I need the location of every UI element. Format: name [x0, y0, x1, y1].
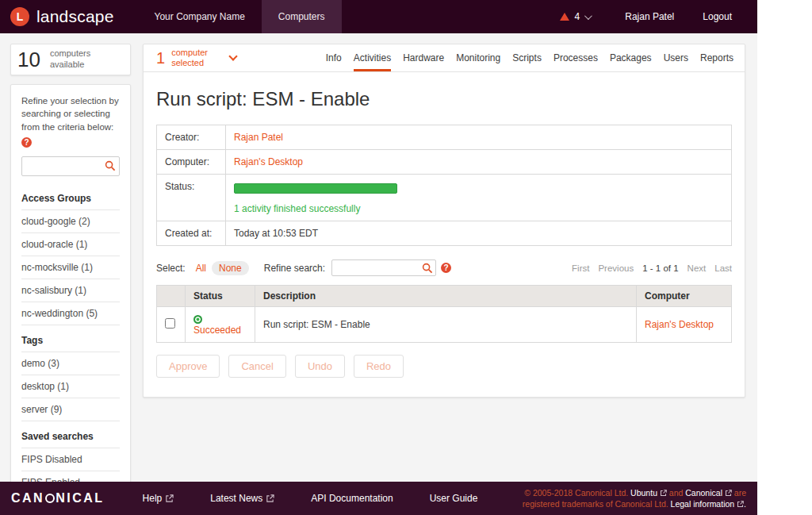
- canonical-o-icon: [45, 494, 55, 503]
- footer-copyright: © 2005-2018 Canonical Ltd. Ubuntu and Ca…: [523, 487, 746, 509]
- selected-caption: computer selected: [171, 48, 213, 67]
- external-link-icon: [737, 501, 744, 508]
- footer-link-user-guide[interactable]: User Guide: [430, 493, 478, 504]
- pagination-first[interactable]: First: [572, 263, 589, 273]
- sidebar-search: [21, 156, 120, 176]
- panel-body: Run script: ESM - Enable Creator: Rajan …: [144, 72, 745, 397]
- footer-link-help[interactable]: Help: [143, 493, 174, 504]
- sidebar: 10 computers available Refine your selec…: [10, 44, 131, 482]
- refine-hint: Refine your selection by searching or se…: [21, 94, 120, 148]
- detail-row-creator: Creator: Rajan Patel: [157, 125, 732, 150]
- succeeded-status-icon: [193, 315, 202, 324]
- tab-monitoring[interactable]: Monitoring: [456, 44, 500, 71]
- detail-label-status: Status:: [157, 175, 226, 221]
- tab-scripts[interactable]: Scripts: [512, 44, 542, 71]
- computer-column-header: Computer: [637, 286, 732, 307]
- footer-link-latest-news[interactable]: Latest News: [210, 493, 274, 504]
- cancel-button[interactable]: Cancel: [228, 355, 285, 378]
- search-icon: [422, 263, 433, 274]
- detail-row-computer: Computer: Rajan's Desktop: [157, 150, 732, 175]
- nav-computers[interactable]: Computers: [262, 0, 342, 33]
- ubuntu-link[interactable]: Ubuntu: [630, 488, 667, 498]
- pagination-previous[interactable]: Previous: [598, 263, 634, 273]
- detail-label-computer: Computer:: [157, 150, 226, 175]
- header-right: 4 Rajan Patel Logout: [560, 0, 757, 33]
- pagination-next[interactable]: Next: [688, 263, 707, 273]
- redo-button[interactable]: Redo: [354, 355, 404, 378]
- tab-info[interactable]: Info: [326, 44, 342, 71]
- select-none-link[interactable]: None: [212, 261, 249, 275]
- undo-button[interactable]: Undo: [295, 355, 345, 378]
- sidebar-item-demo[interactable]: demo (3): [21, 352, 120, 375]
- checkbox-column-header: [157, 286, 186, 307]
- nav-your-company-name[interactable]: Your Company Name: [138, 0, 262, 33]
- sidebar-item-nc-salisbury[interactable]: nc-salisbury (1): [21, 279, 120, 302]
- section-access-groups: Access Groups cloud-google (2) cloud-ora…: [21, 186, 120, 325]
- footer: CANNICAL Help Latest News API Documentat…: [0, 482, 757, 515]
- pagination-range: 1 - 1 of 1: [642, 263, 678, 273]
- external-link-icon: [725, 490, 732, 497]
- canonical-link[interactable]: Canonical: [685, 488, 732, 498]
- activities-table: Status Description Computer Succeeded Ru…: [156, 285, 732, 343]
- alerts-dropdown[interactable]: 4: [560, 11, 591, 22]
- row-status: Succeeded: [193, 325, 241, 336]
- approve-button[interactable]: Approve: [156, 355, 220, 378]
- sidebar-item-fips-disabled[interactable]: FIPS Disabled: [21, 448, 120, 471]
- external-link-icon: [165, 494, 174, 503]
- computers-count: 10: [17, 49, 40, 70]
- detail-label-creator: Creator:: [157, 125, 226, 150]
- tab-hardware[interactable]: Hardware: [403, 44, 444, 71]
- section-title: Tags: [21, 329, 120, 352]
- logout-button[interactable]: Logout: [688, 0, 746, 33]
- alert-triangle-icon: [560, 13, 569, 21]
- computer-link[interactable]: Rajan's Desktop: [234, 156, 303, 167]
- sidebar-item-nc-mocksville[interactable]: nc-mocksville (1): [21, 256, 120, 279]
- computers-count-caption: computers available: [50, 48, 99, 71]
- filter-card: Refine your selection by searching or se…: [10, 84, 131, 482]
- tab-activities[interactable]: Activities: [354, 44, 391, 71]
- canonical-logo: CANNICAL: [11, 491, 105, 505]
- brand-name: landscape: [36, 7, 114, 26]
- row-description: Run script: ESM - Enable: [255, 307, 637, 343]
- help-icon[interactable]: ?: [441, 263, 451, 273]
- main-panel: 1 computer selected Info Activities Hard…: [143, 44, 745, 398]
- pagination-last[interactable]: Last: [714, 263, 732, 273]
- refine-search: [331, 259, 436, 276]
- header-nav: Your Company Name Computers: [138, 0, 342, 33]
- footer-link-api-documentation[interactable]: API Documentation: [311, 493, 393, 504]
- legal-information-link[interactable]: Legal information: [671, 499, 744, 509]
- sidebar-item-cloud-google[interactable]: cloud-google (2): [21, 209, 120, 233]
- refine-search-input[interactable]: [331, 259, 436, 276]
- selected-count: 1: [156, 49, 165, 67]
- sidebar-item-cloud-oracle[interactable]: cloud-oracle (1): [21, 233, 120, 256]
- tab-users[interactable]: Users: [664, 44, 688, 71]
- creator-link[interactable]: Rajan Patel: [234, 132, 283, 143]
- tab-packages[interactable]: Packages: [610, 44, 652, 71]
- select-all-link[interactable]: All: [196, 263, 206, 274]
- sidebar-item-fips-enabled[interactable]: FIPS Enabled: [21, 471, 120, 482]
- tab-processes[interactable]: Processes: [553, 44, 598, 71]
- help-icon[interactable]: ?: [21, 137, 32, 148]
- external-link-icon: [266, 494, 274, 503]
- activity-details-table: Creator: Rajan Patel Computer: Rajan's D…: [156, 125, 732, 246]
- row-computer-link[interactable]: Rajan's Desktop: [645, 319, 714, 330]
- selection-dropdown[interactable]: 1 computer selected: [156, 44, 236, 71]
- list-toolbar: Select: All None Refine search: ? First …: [156, 259, 732, 276]
- computers-count-card: 10 computers available: [10, 44, 131, 75]
- status-progress-bar: [234, 183, 397, 194]
- user-menu[interactable]: Rajan Patel: [611, 0, 688, 33]
- landscape-logo-icon: L: [10, 7, 29, 26]
- detail-label-created-at: Created at:: [157, 221, 226, 246]
- action-buttons: Approve Cancel Undo Redo: [156, 355, 732, 378]
- sidebar-item-server[interactable]: server (9): [21, 398, 120, 421]
- sidebar-item-desktop[interactable]: desktop (1): [21, 375, 120, 398]
- landscape-logo[interactable]: L landscape: [0, 0, 138, 33]
- section-title: Saved searches: [21, 425, 120, 448]
- table-row: Succeeded Run script: ESM - Enable Rajan…: [157, 307, 732, 343]
- sidebar-item-nc-weddington[interactable]: nc-weddington (5): [21, 302, 120, 325]
- row-checkbox[interactable]: [165, 318, 175, 329]
- pagination: First Previous 1 - 1 of 1 Next Last: [572, 263, 732, 273]
- section-title: Access Groups: [21, 186, 120, 209]
- description-column-header: Description: [255, 286, 637, 307]
- tab-reports[interactable]: Reports: [700, 44, 733, 71]
